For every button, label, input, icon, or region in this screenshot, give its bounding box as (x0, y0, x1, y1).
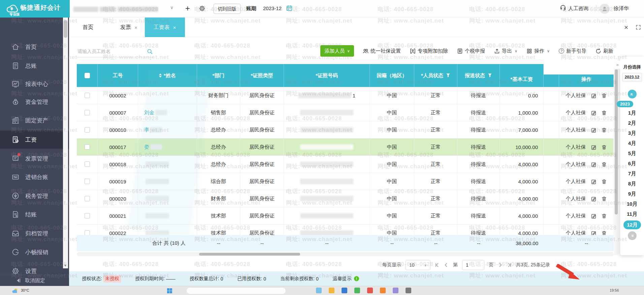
month-item[interactable]: 9月 (620, 189, 644, 199)
action-guide[interactable]: ?新手引导 (559, 48, 586, 54)
tab-close-icon[interactable]: × (134, 25, 137, 30)
sidebar-item-invoice[interactable]: 发票管理 (0, 149, 69, 168)
company-chevron-icon[interactable]: ∨ (170, 5, 173, 10)
sidebar-scroll-down-icon[interactable]: ▼ (64, 264, 67, 267)
edit-icon[interactable] (591, 93, 597, 98)
month-item[interactable]: 11月 (620, 209, 644, 219)
sidebar-scroll-thumb[interactable] (64, 20, 67, 38)
month-item[interactable]: 8月 (620, 179, 644, 189)
calendar-icon[interactable] (286, 5, 293, 13)
trash-icon[interactable] (601, 110, 607, 116)
table-row[interactable]: 000020财务部居民身份证中国正常待报送4,000.00个人社保 (77, 190, 614, 207)
taskbar-app-icon[interactable] (342, 288, 347, 293)
username[interactable]: 徐泽华 (614, 5, 629, 12)
month-item[interactable]: 10月 (620, 199, 644, 209)
row-checkbox[interactable] (85, 179, 90, 184)
action-social[interactable]: 统一社保设置 (363, 48, 401, 54)
trash-icon[interactable] (601, 161, 607, 167)
edit-icon[interactable] (591, 161, 597, 167)
sidebar-item-expense[interactable]: 小畅报销 (0, 243, 69, 261)
select-all-checkbox[interactable] (85, 73, 90, 78)
sort-icon[interactable] (159, 73, 162, 78)
column-header[interactable]: 报送状态 (457, 64, 500, 87)
table-row[interactable]: 000010李总经办居民身份证中国正常待报送7,000.00个人社保 (77, 121, 614, 139)
first-page-icon[interactable] (435, 263, 440, 267)
taskbar-search-box[interactable] (186, 287, 286, 294)
row-checkbox[interactable] (85, 93, 90, 98)
per-page-select[interactable]: 10 ∨ (406, 260, 430, 270)
column-header[interactable]: *人员状态 (414, 64, 457, 87)
add-person-button[interactable]: 添加人员 ∨ (320, 45, 354, 57)
sidebar-unpin-button[interactable]: 取消固定 (0, 275, 69, 286)
switch-old-version-button[interactable]: 切到旧版 (214, 4, 240, 14)
month-item[interactable]: 1月 (620, 108, 644, 118)
edit-icon[interactable] (591, 213, 597, 219)
vertical-scroll-thumb[interactable] (615, 69, 618, 214)
employee-name-link[interactable]: 李 (144, 127, 149, 133)
settings-gear-icon[interactable] (199, 5, 205, 13)
sidebar-scrollbar[interactable] (63, 18, 68, 268)
trash-icon[interactable] (601, 127, 607, 133)
current-period-box[interactable]: 2023.12 (622, 73, 642, 82)
trash-icon[interactable] (601, 93, 607, 98)
taskbar-app-icon[interactable] (380, 288, 386, 293)
month-item[interactable]: 2月 (620, 118, 644, 128)
trash-icon[interactable] (601, 144, 607, 150)
tab-gongzi[interactable]: 工资表× (145, 18, 185, 37)
start-button-icon[interactable] (167, 288, 172, 295)
month-item[interactable]: 4月 (620, 138, 644, 148)
sidebar-item-assets[interactable]: 固定资产 (0, 111, 69, 129)
taskbar-app-icon[interactable] (393, 288, 398, 293)
action-deduct[interactable]: 专项附加扣除 (410, 48, 448, 54)
month-item[interactable]: 12月 (623, 220, 641, 229)
search-icon[interactable] (147, 48, 153, 56)
row-checkbox[interactable] (85, 127, 90, 132)
action-refresh[interactable]: 刷新 (595, 48, 613, 54)
edit-icon[interactable] (591, 196, 597, 202)
taskbar-clock[interactable]: 19:56 (610, 288, 619, 292)
taskbar-app-icon[interactable] (316, 288, 322, 293)
personal-social-security-link[interactable]: 个人社保 (566, 230, 586, 235)
horizontal-scrollbar[interactable] (77, 252, 614, 256)
filter-icon[interactable] (446, 73, 450, 79)
prev-year-icon[interactable]: « (628, 90, 637, 98)
sidebar-item-ledger[interactable]: 总账 (0, 57, 69, 75)
column-header[interactable]: *姓名 (138, 64, 197, 87)
personal-social-security-link[interactable]: 个人社保 (566, 110, 586, 116)
edit-icon[interactable] (591, 144, 597, 150)
period-value[interactable]: 2023-12 (263, 5, 282, 11)
action-operate[interactable]: 操作∨ (526, 48, 550, 54)
fullscreen-icon[interactable] (636, 25, 641, 31)
trash-icon[interactable] (601, 179, 607, 184)
taskbar-app-icon[interactable] (406, 288, 411, 293)
month-item[interactable]: 6月 (620, 158, 644, 169)
consult-link[interactable]: 人工咨询 (560, 5, 588, 12)
last-page-icon[interactable] (507, 263, 512, 267)
table-row[interactable]: 000019综合部居民身份证中国正常待报送4,000.00个人社保 (77, 173, 614, 190)
row-checkbox[interactable] (85, 196, 90, 201)
new-tab-plus-icon[interactable]: + (185, 4, 190, 13)
table-row[interactable]: 000018总经办居民身份证中国正常待报送4,000.00个人社保 (77, 156, 614, 173)
weather-icon[interactable] (11, 288, 18, 295)
edit-icon[interactable] (591, 179, 597, 184)
next-year-icon[interactable]: « (628, 231, 637, 240)
table-row[interactable]: 000017娄总经办居民身份证中国正常待报送10,000.00个人社保 (77, 139, 614, 156)
employee-name-link[interactable]: 刘金 (144, 110, 154, 116)
personal-social-security-link[interactable]: 个人社保 (566, 144, 586, 150)
edit-icon[interactable] (591, 230, 597, 235)
employee-name-link[interactable]: 娄 (144, 144, 149, 150)
tab-fapiao[interactable]: 发票× (113, 18, 145, 37)
user-avatar[interactable] (600, 4, 610, 14)
row-checkbox[interactable] (85, 213, 90, 218)
tab-close-icon[interactable]: × (173, 25, 176, 30)
taskbar-app-icon[interactable] (329, 288, 334, 293)
close-all-tabs-icon[interactable]: × (624, 23, 628, 31)
vertical-scrollbar[interactable] (614, 64, 618, 255)
personal-social-security-link[interactable]: 个人社保 (566, 92, 586, 99)
action-taxfile[interactable]: 个税申报 (457, 48, 485, 54)
taskbar-app-icon[interactable] (354, 288, 360, 293)
month-item[interactable]: 7月 (620, 169, 644, 179)
table-row[interactable]: 000021技术部居民身份证中国正常待报送4,000.00个人社保 (77, 207, 614, 225)
month-item[interactable]: 5月 (620, 148, 644, 158)
personal-social-security-link[interactable]: 个人社保 (566, 196, 586, 202)
